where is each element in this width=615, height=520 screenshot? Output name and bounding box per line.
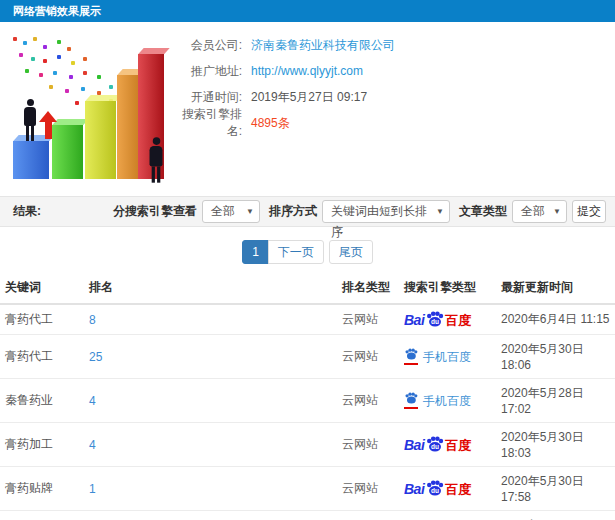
engine-type-cell: 手机百度 bbox=[399, 335, 496, 379]
rank-link[interactable]: 8 bbox=[84, 304, 337, 335]
engine-type-cell: Bai du 百度 bbox=[399, 304, 496, 335]
rank-type-cell: 云网站 bbox=[337, 423, 399, 467]
engine-filter-select[interactable]: 全部 ▼ bbox=[202, 200, 260, 223]
update-time-cell: 2020年5月30日 18:06 bbox=[496, 335, 615, 379]
baidu-pc-logo: Bai du 百度 bbox=[404, 480, 471, 496]
filter-bar: 结果: 分搜索引擎查看 全部 ▼ 排序方式 关键词由短到长排序 ▼ 文章类型 全… bbox=[0, 196, 615, 227]
article-type-label: 文章类型 bbox=[459, 203, 507, 220]
company-label: 会员公司: bbox=[170, 37, 242, 54]
baidu-paw-icon: du bbox=[425, 311, 444, 327]
baidu-mobile-icon bbox=[404, 348, 418, 365]
baidu-mobile-logo: 手机百度 bbox=[404, 348, 471, 365]
confetti-decoration bbox=[13, 37, 17, 41]
info-row-url: 推广地址: http://www.qlyyjt.com bbox=[170, 58, 600, 84]
update-time-cell: 2020年5月30日 17:58 bbox=[496, 467, 615, 511]
sort-filter-label: 排序方式 bbox=[269, 203, 317, 220]
header-rank: 排名 bbox=[84, 273, 337, 304]
rank-link[interactable]: 25 bbox=[84, 335, 337, 379]
rank-type-cell: 云网站 bbox=[337, 304, 399, 335]
open-time-value: 2019年5月27日 09:17 bbox=[251, 89, 367, 106]
chevron-down-icon: ▼ bbox=[436, 201, 444, 222]
rank-type-cell: 云网站 bbox=[337, 379, 399, 423]
rank-type-cell: 云网站 bbox=[337, 511, 399, 520]
engine-filter-value: 全部 bbox=[211, 204, 235, 218]
keyword-cell: 膏药代工 bbox=[0, 304, 84, 335]
table-row: 膏药代工8云网站 Bai du 百度2020年6月4日 11:15 bbox=[0, 304, 615, 335]
keyword-cell: 秦鲁药业 bbox=[0, 379, 84, 423]
rank-link[interactable]: 1 bbox=[84, 467, 337, 511]
baidu-pc-logo: Bai du 百度 bbox=[404, 311, 471, 327]
table-row: 膏药代工25云网站 手机百度2020年5月30日 18:06 bbox=[0, 335, 615, 379]
article-type-select[interactable]: 全部 ▼ bbox=[512, 200, 567, 223]
table-row: 膏药贴牌1云网站 Bai du 百度2020年5月30日 17:58 bbox=[0, 467, 615, 511]
chart-bar-blue bbox=[13, 141, 49, 179]
engine-rank-count: 4895条 bbox=[251, 115, 290, 132]
info-row-company: 会员公司: 济南秦鲁药业科技有限公司 bbox=[170, 32, 600, 58]
rank-link[interactable]: 4 bbox=[84, 379, 337, 423]
table-row: 口罩贴牌29云网站 手机百度2020年5月28日 16:55 bbox=[0, 511, 615, 520]
table-header-row: 关键词 排名 排名类型 搜索引擎类型 最新更新时间 bbox=[0, 273, 615, 304]
engine-type-cell: Bai du 百度 bbox=[399, 467, 496, 511]
businessman-right-icon bbox=[147, 137, 164, 182]
filter-controls: 分搜索引擎查看 全部 ▼ 排序方式 关键词由短到长排序 ▼ 文章类型 全部 ▼ … bbox=[109, 200, 606, 223]
update-time-cell: 2020年6月4日 11:15 bbox=[496, 304, 615, 335]
company-link[interactable]: 济南秦鲁药业科技有限公司 bbox=[251, 37, 395, 54]
baidu-mobile-icon bbox=[404, 392, 418, 409]
results-table: 关键词 排名 排名类型 搜索引擎类型 最新更新时间 膏药代工8云网站 Bai d… bbox=[0, 273, 615, 520]
keyword-cell: 膏药贴牌 bbox=[0, 467, 84, 511]
engine-type-cell: 手机百度 bbox=[399, 379, 496, 423]
submit-button[interactable]: 提交 bbox=[572, 200, 606, 223]
info-row-engine-rank: 搜索引擎排名: 4895条 bbox=[170, 110, 600, 136]
header-rank-type: 排名类型 bbox=[337, 273, 399, 304]
sort-filter-select[interactable]: 关键词由短到长排序 ▼ bbox=[322, 200, 450, 223]
engine-type-cell: 手机百度 bbox=[399, 511, 496, 520]
rank-type-cell: 云网站 bbox=[337, 467, 399, 511]
rank-link[interactable]: 4 bbox=[84, 423, 337, 467]
svg-text:du: du bbox=[431, 443, 439, 450]
page-button-next[interactable]: 下一页 bbox=[268, 240, 324, 264]
update-time-cell: 2020年5月30日 18:03 bbox=[496, 423, 615, 467]
page-header: 网络营销效果展示 bbox=[0, 0, 615, 22]
promo-url-label: 推广地址: bbox=[170, 63, 242, 80]
keyword-cell: 口罩贴牌 bbox=[0, 511, 84, 520]
businessman-left-icon bbox=[22, 99, 38, 141]
page-button-last[interactable]: 尾页 bbox=[329, 240, 373, 264]
update-time-cell: 2020年5月28日 16:55 bbox=[496, 511, 615, 520]
open-time-label: 开通时间: bbox=[170, 89, 242, 106]
pagination: 1 下一页 尾页 bbox=[0, 227, 615, 273]
growth-arrow-icon bbox=[39, 111, 57, 139]
results-section-label: 结果: bbox=[13, 203, 41, 220]
page-title: 网络营销效果展示 bbox=[13, 5, 101, 17]
chevron-down-icon: ▼ bbox=[246, 201, 254, 222]
page-button-current[interactable]: 1 bbox=[242, 240, 269, 264]
table-row: 膏药加工4云网站 Bai du 百度2020年5月30日 18:03 bbox=[0, 423, 615, 467]
promo-url-link[interactable]: http://www.qlyyjt.com bbox=[251, 64, 363, 78]
svg-text:du: du bbox=[431, 318, 439, 325]
results-table-body: 膏药代工8云网站 Bai du 百度2020年6月4日 11:15膏药代工25云… bbox=[0, 304, 615, 520]
header-update-time: 最新更新时间 bbox=[496, 273, 615, 304]
update-time-cell: 2020年5月28日 17:02 bbox=[496, 379, 615, 423]
chevron-down-icon: ▼ bbox=[553, 201, 561, 222]
engine-type-cell: Bai du 百度 bbox=[399, 423, 496, 467]
baidu-mobile-logo: 手机百度 bbox=[404, 392, 471, 409]
table-row: 秦鲁药业4云网站 手机百度2020年5月28日 17:02 bbox=[0, 379, 615, 423]
engine-rank-label: 搜索引擎排名: bbox=[170, 106, 242, 140]
baidu-paw-icon: du bbox=[425, 436, 444, 452]
keyword-cell: 膏药代工 bbox=[0, 335, 84, 379]
rank-link[interactable]: 29 bbox=[84, 511, 337, 520]
chart-bar-yellow bbox=[85, 101, 116, 179]
header-engine-type: 搜索引擎类型 bbox=[399, 273, 496, 304]
engine-filter-label: 分搜索引擎查看 bbox=[113, 203, 197, 220]
rank-type-cell: 云网站 bbox=[337, 335, 399, 379]
info-rows: 会员公司: 济南秦鲁药业科技有限公司 推广地址: http://www.qlyy… bbox=[170, 32, 600, 136]
baidu-pc-logo: Bai du 百度 bbox=[404, 436, 471, 452]
baidu-paw-icon: du bbox=[425, 480, 444, 496]
keyword-cell: 膏药加工 bbox=[0, 423, 84, 467]
company-info-section: 会员公司: 济南秦鲁药业科技有限公司 推广地址: http://www.qlyy… bbox=[0, 22, 615, 196]
article-type-value: 全部 bbox=[521, 204, 545, 218]
header-keyword: 关键词 bbox=[0, 273, 84, 304]
bar-chart-illustration bbox=[5, 35, 170, 183]
svg-text:du: du bbox=[431, 487, 439, 494]
